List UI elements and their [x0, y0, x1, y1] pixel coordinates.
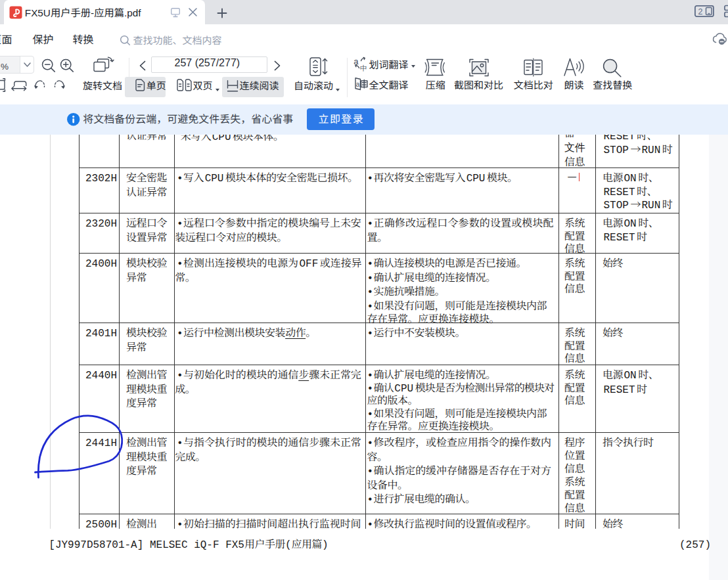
svg-text:中: 中 [360, 62, 367, 73]
svg-text:2: 2 [698, 7, 702, 16]
svg-text:a: a [356, 81, 360, 88]
